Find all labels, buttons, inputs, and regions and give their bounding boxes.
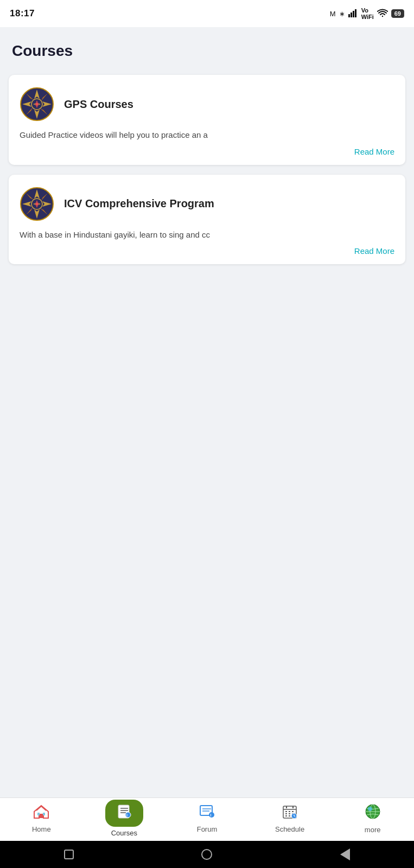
- svg-rect-52: [285, 811, 287, 812]
- page-header: Courses: [0, 27, 414, 69]
- course-description-icv: With a base in Hindustani gayiki, learn …: [20, 229, 394, 241]
- android-home-button[interactable]: [199, 847, 214, 862]
- svg-rect-2: [353, 11, 354, 17]
- svg-rect-3: [355, 9, 356, 17]
- bluetooth-icon: ∗: [339, 10, 345, 18]
- nav-label-courses: Courses: [111, 829, 137, 837]
- svg-point-18: [35, 103, 39, 106]
- nav-item-more[interactable]: more: [351, 803, 394, 834]
- svg-rect-34: [39, 814, 43, 818]
- course-name-gps: GPS Courses: [64, 98, 394, 111]
- svg-rect-54: [292, 811, 294, 812]
- email-icon: M: [330, 10, 336, 18]
- nav-item-forum[interactable]: i Forum: [185, 804, 228, 833]
- home-icon: [33, 804, 49, 823]
- course-description-gps: Guided Practice videos will help you to …: [20, 129, 394, 142]
- svg-point-33: [35, 202, 39, 206]
- nav-item-courses[interactable]: i Courses: [103, 800, 146, 837]
- back-icon: [340, 848, 350, 860]
- svg-rect-55: [285, 813, 287, 814]
- svg-rect-53: [289, 811, 290, 812]
- courses-icon: i: [116, 804, 132, 823]
- nav-item-home[interactable]: Home: [20, 804, 63, 833]
- svg-rect-1: [351, 12, 352, 17]
- svg-rect-36: [43, 813, 45, 815]
- svg-text:i: i: [211, 813, 212, 817]
- course-icon-gps: [20, 87, 54, 122]
- android-back-button[interactable]: [337, 847, 353, 862]
- content-area: GPS Courses Guided Practice videos will …: [0, 69, 414, 797]
- read-more-icv-link[interactable]: Read More: [20, 246, 394, 256]
- course-card-header-icv: ICV Comprehensive Program: [20, 187, 394, 221]
- course-card-gps[interactable]: GPS Courses Guided Practice videos will …: [9, 75, 405, 165]
- wifi-icon: [377, 9, 388, 19]
- nav-label-more: more: [365, 826, 381, 834]
- course-card-icv[interactable]: ICV Comprehensive Program With a base in…: [9, 175, 405, 265]
- nav-label-forum: Forum: [197, 825, 218, 833]
- svg-rect-56: [289, 813, 290, 814]
- status-icons: M ∗ VoWiFi 69: [330, 7, 404, 20]
- svg-rect-58: [285, 815, 287, 816]
- svg-rect-0: [348, 14, 350, 17]
- svg-rect-59: [289, 815, 290, 816]
- course-card-header-gps: GPS Courses: [20, 87, 394, 122]
- course-icon-icv: [20, 187, 54, 221]
- schedule-icon: [282, 804, 298, 823]
- nav-item-schedule[interactable]: Schedule: [268, 804, 311, 833]
- svg-point-66: [368, 807, 372, 811]
- home-button-icon: [201, 849, 212, 860]
- android-nav-bar: [0, 841, 414, 868]
- more-icon: [365, 803, 381, 824]
- recent-icon: [64, 850, 74, 859]
- forum-icon: i: [199, 804, 215, 823]
- nav-active-bg: i: [105, 800, 143, 827]
- status-time: 18:17: [10, 8, 35, 19]
- battery-level: 69: [391, 9, 404, 18]
- page-title: Courses: [12, 42, 402, 60]
- read-more-gps-link[interactable]: Read More: [20, 147, 394, 156]
- nav-label-schedule: Schedule: [275, 825, 304, 833]
- vowifi-icon: VoWiFi: [361, 7, 374, 20]
- android-recent-button[interactable]: [61, 847, 77, 862]
- signal-icon: [348, 9, 358, 19]
- svg-text:i: i: [126, 813, 128, 817]
- svg-point-46: [209, 812, 214, 818]
- nav-label-home: Home: [32, 825, 51, 833]
- svg-rect-35: [37, 813, 40, 815]
- bottom-nav: Home i Courses: [0, 797, 414, 841]
- course-name-icv: ICV Comprehensive Program: [64, 197, 394, 210]
- status-bar: 18:17 M ∗ VoWiFi 69: [0, 0, 414, 27]
